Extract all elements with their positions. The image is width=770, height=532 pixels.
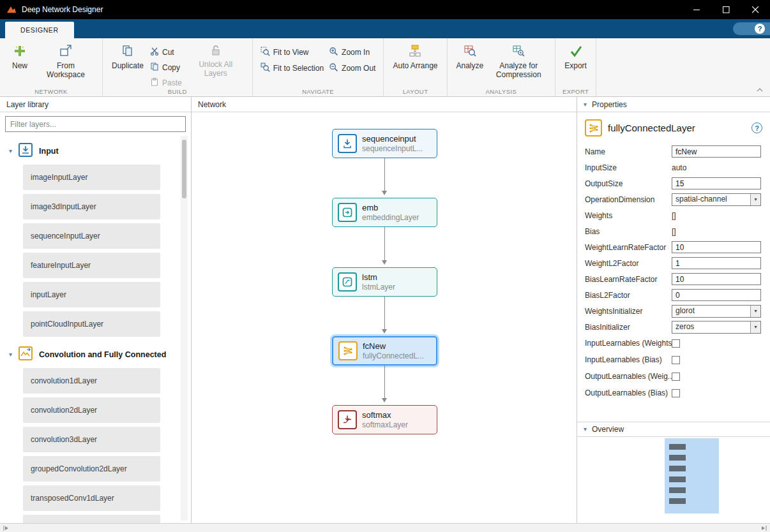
minimize-button[interactable] bbox=[682, 0, 711, 19]
overview-minimap[interactable] bbox=[577, 437, 770, 523]
analyze-button[interactable]: Analyze bbox=[453, 41, 488, 73]
weights-initializer-select[interactable]: glorot▾ bbox=[672, 305, 761, 318]
maximize-button[interactable] bbox=[711, 0, 741, 19]
node-fcnew[interactable]: fcNewfullyConnectedL... bbox=[332, 336, 437, 366]
from-workspace-button[interactable]: From Workspace bbox=[34, 41, 97, 82]
convolution-section-icon bbox=[18, 346, 33, 363]
weight-l2-factor-input[interactable] bbox=[672, 257, 761, 269]
list-item[interactable]: transposedConv1dLayer bbox=[23, 485, 160, 511]
new-button[interactable]: New bbox=[5, 41, 34, 73]
ribbon-group-export: Export EXPORT bbox=[555, 38, 596, 96]
tabstrip: DESIGNER ? bbox=[0, 19, 770, 38]
collapse-ribbon-icon[interactable] bbox=[756, 85, 764, 94]
bias-initializer-select[interactable]: zeros▾ bbox=[672, 321, 761, 334]
list-item[interactable]: imageInputLayer bbox=[23, 165, 160, 190]
properties-panel: ▾ Properties fullyConnectedLayer ? Name … bbox=[577, 97, 770, 523]
close-button[interactable] bbox=[741, 0, 770, 19]
list-item[interactable]: sequenceInputLayer bbox=[23, 223, 160, 249]
field-label: InputLearnables (Weights) bbox=[585, 339, 672, 348]
node-softmax[interactable]: softmaxsoftmaxLayer bbox=[332, 405, 437, 434]
node-name: fcNew bbox=[363, 341, 424, 351]
analyze-button-label: Analyze bbox=[457, 62, 484, 71]
selected-value: glorot bbox=[672, 306, 750, 317]
input-learnables-weights-checkbox[interactable] bbox=[672, 339, 680, 348]
node-type: fullyConnectedL... bbox=[363, 351, 424, 360]
bias-l2-factor-input[interactable] bbox=[672, 289, 761, 301]
list-item[interactable]: image3dInputLayer bbox=[23, 194, 160, 219]
cut-icon bbox=[150, 47, 159, 57]
library-section-title: Convolution and Fully Connected bbox=[39, 350, 166, 359]
titlebar: Deep Network Designer bbox=[0, 0, 770, 19]
arrowhead-icon bbox=[382, 191, 387, 198]
field-label: BiasL2Factor bbox=[585, 291, 672, 300]
cut-button[interactable]: Cut bbox=[150, 47, 182, 57]
list-item[interactable]: featureInputLayer bbox=[23, 253, 160, 278]
node-name: sequenceinput bbox=[362, 134, 423, 144]
operation-dimension-select[interactable]: spatial-channel▾ bbox=[672, 193, 761, 206]
minimap-viewport[interactable] bbox=[665, 438, 719, 514]
bias-learn-rate-factor-input[interactable] bbox=[672, 273, 761, 285]
name-input[interactable] bbox=[672, 145, 761, 158]
list-item[interactable]: groupedConvolution2dLayer bbox=[23, 456, 160, 482]
copy-button[interactable]: Copy bbox=[150, 62, 182, 73]
dock-left-icon[interactable] bbox=[3, 525, 9, 531]
node-sequenceinput[interactable]: sequenceinputsequenceInputL... bbox=[332, 129, 437, 158]
zoom-in-button[interactable]: Zoom In bbox=[329, 47, 375, 58]
properties-header[interactable]: ▾ Properties bbox=[577, 97, 770, 112]
output-learnables-bias-checkbox[interactable] bbox=[672, 389, 680, 397]
node-emb[interactable]: embembeddingLayer bbox=[332, 198, 437, 227]
ribbon-group-label-network: NETWORK bbox=[0, 88, 102, 95]
list-item[interactable]: convolution2dLayer bbox=[23, 397, 160, 423]
unlock-all-layers-button[interactable]: Unlock All Layers bbox=[185, 41, 247, 81]
fit-to-selection-icon bbox=[260, 63, 270, 74]
library-section-convolution[interactable]: ▾ Convolution and Fully Connected bbox=[0, 341, 191, 368]
layer-library-title: Layer library bbox=[6, 100, 49, 109]
output-learnables-weights-checkbox[interactable] bbox=[672, 373, 680, 381]
analyze-for-compression-button[interactable]: Analyze for Compression bbox=[487, 41, 550, 82]
overview-title: Overview bbox=[592, 425, 624, 434]
help-button[interactable]: ? bbox=[733, 22, 770, 35]
zoom-out-button[interactable]: Zoom Out bbox=[329, 63, 375, 74]
list-item[interactable]: convolution1dLayer bbox=[23, 368, 160, 394]
chevron-down-icon[interactable]: ▾ bbox=[9, 351, 12, 358]
duplicate-button[interactable]: Duplicate bbox=[108, 41, 147, 73]
library-scrollbar-thumb[interactable] bbox=[182, 140, 186, 198]
paste-button[interactable]: Paste bbox=[150, 77, 182, 88]
selected-value: spatial-channel bbox=[672, 194, 750, 205]
properties-form: Name InputSizeauto OutputSize OperationD… bbox=[577, 142, 770, 401]
auto-arrange-button[interactable]: Auto Arrange bbox=[389, 41, 441, 73]
network-graph[interactable]: sequenceinputsequenceInputL... embembedd… bbox=[192, 112, 577, 523]
list-item[interactable]: transposedConv2dLayer bbox=[23, 515, 160, 523]
ribbon-group-label-navigate: NAVIGATE bbox=[253, 88, 384, 95]
library-scrollbar[interactable] bbox=[181, 136, 188, 521]
filter-layers-input[interactable] bbox=[5, 116, 186, 132]
output-size-input[interactable] bbox=[672, 177, 761, 189]
overview-header[interactable]: ▾ Overview bbox=[577, 422, 770, 437]
list-item[interactable]: convolution3dLayer bbox=[23, 427, 160, 452]
paste-icon bbox=[150, 77, 159, 88]
node-name: emb bbox=[362, 203, 419, 213]
tab-designer[interactable]: DESIGNER bbox=[5, 22, 74, 38]
list-item[interactable]: inputLayer bbox=[23, 282, 160, 307]
duplicate-button-label: Duplicate bbox=[112, 62, 144, 71]
field-label: BiasLearnRateFactor bbox=[585, 275, 672, 284]
fit-to-selection-button[interactable]: Fit to Selection bbox=[260, 63, 324, 74]
node-lstm[interactable]: lstmlstmLayer bbox=[332, 267, 437, 297]
layer-help-icon[interactable]: ? bbox=[751, 122, 762, 133]
dock-right-icon[interactable] bbox=[761, 525, 767, 531]
chevron-down-icon: ▾ bbox=[750, 321, 760, 333]
edge-connector bbox=[384, 366, 385, 401]
auto-arrange-button-label: Auto Arrange bbox=[393, 62, 437, 71]
weight-learn-rate-factor-input[interactable] bbox=[672, 241, 761, 253]
list-item[interactable]: pointCloudInputLayer bbox=[23, 311, 160, 337]
library-section-input[interactable]: ▾ Input bbox=[0, 137, 191, 165]
chevron-down-icon[interactable]: ▾ bbox=[9, 148, 12, 154]
minimap-node bbox=[669, 477, 686, 482]
weights-value: [] bbox=[672, 211, 761, 220]
fit-to-view-button[interactable]: Fit to View bbox=[260, 47, 324, 58]
input-learnables-bias-checkbox[interactable] bbox=[672, 356, 680, 364]
selected-value: zeros bbox=[672, 321, 750, 333]
layer-library-header: Layer library bbox=[0, 97, 191, 112]
export-button[interactable]: Export bbox=[561, 41, 591, 73]
node-type: embeddingLayer bbox=[362, 213, 419, 222]
